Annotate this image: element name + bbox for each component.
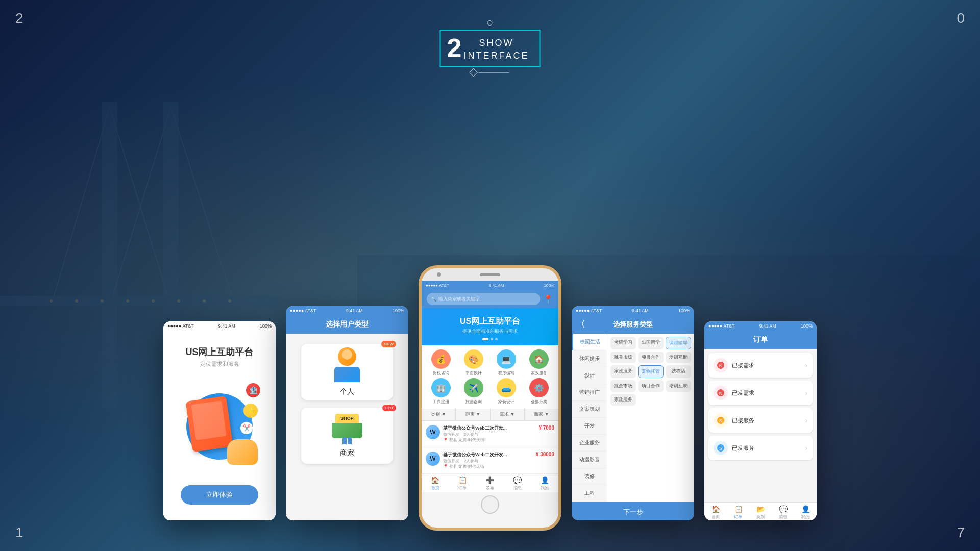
phone4-sidebar-animation[interactable]: 动漫影音 (572, 452, 607, 468)
phone4-tag-pet[interactable]: 宠物托管 (638, 365, 664, 378)
phone5-tab-profile-icon: 👤 (801, 505, 810, 513)
phone3-list-item-2[interactable]: W 基于微信公众号Web二次开发... ¥ 30000 微信开发 2人参与 📍 … (422, 447, 558, 474)
phone-orders: ●●●●● AT&T 9:41 AM 100% 订单 N 已接需求 › N 已发… (704, 321, 817, 520)
phone3-filter-category[interactable]: 类别 ▼ (422, 409, 456, 420)
phone4-sidebar-decor[interactable]: 装修 (572, 468, 607, 485)
phone3-filter-distance[interactable]: 距离 ▼ (456, 409, 490, 420)
phone5-tab-messages-label: 消息 (779, 514, 787, 520)
phone4-tag-training[interactable]: 培训互助 (666, 352, 691, 363)
illus-hand (227, 439, 258, 465)
phone4-sidebar-design[interactable]: 设计 (572, 367, 607, 384)
phone3-tab-profile-icon: 👤 (541, 476, 549, 484)
phone2-merchant-card[interactable]: HOT SHOP 商家 (301, 408, 393, 464)
phone4-tag-training2[interactable]: 培训互助 (666, 380, 691, 392)
phone5-order-sent-need[interactable]: N 已发需求 › (708, 381, 813, 405)
phone4-tag-homeservice[interactable]: 家政服务 (610, 365, 636, 378)
svg-text:S: S (719, 418, 722, 423)
phone3-tabbar: 🏠 首页 📋 订单 ➕ 发布 💬 消息 👤 我的 (422, 474, 558, 492)
phone3-icon-home[interactable]: 🏠 家政服务 (524, 349, 554, 376)
phone5-tab-messages[interactable]: 💬 消息 (772, 503, 794, 520)
phone4-sidebar-dev[interactable]: 开发 (572, 418, 607, 435)
phone4-tag-flea[interactable]: 跳蚤市场 (610, 352, 636, 363)
phone4-sidebar-copywriting[interactable]: 文案策划 (572, 401, 607, 418)
phone3-icon-code-bg: 💻 (497, 349, 516, 369)
phone5-tab-category[interactable]: 📂 类别 (749, 503, 772, 520)
phone4-back-button[interactable]: 〈 (577, 319, 585, 330)
phone3-status-bar: ●●●●● AT&T 9:41 AM 100% (422, 281, 558, 290)
phone5-status-bar: ●●●●● AT&T 9:41 AM 100% (704, 321, 817, 331)
phone5-order-received-need[interactable]: N 已接需求 › (708, 353, 813, 378)
phone1-content: US网上互助平台 定位需求和服务 🏦 ⭐ ✂️ 立即体验 (163, 331, 276, 520)
phone3-tab-publish[interactable]: ➕ 发布 (476, 474, 504, 492)
phone3-tab-orders-label: 订单 (458, 485, 467, 491)
phone4-tag-study[interactable]: 考研学习 (610, 337, 636, 349)
phone5-tab-profile[interactable]: 👤 我的 (794, 503, 817, 520)
phone2-merchant-label: 商家 (340, 448, 354, 458)
phone1-cta-button[interactable]: 立即体验 (181, 485, 258, 505)
phone5-order-received-service[interactable]: S 已接服务 › (708, 408, 813, 433)
phone3-list-item-1[interactable]: W 基于微信公众号Web二次开发... ¥ 7000 微信开发 2人参与 📍 都… (422, 421, 558, 447)
phone5-order4-label: 已发服务 (732, 444, 801, 452)
phone4-tag-collab[interactable]: 项目合作 (638, 352, 664, 363)
illus-icon2: ⭐ (243, 404, 258, 418)
phone2-individual-card[interactable]: NEW 个人 (301, 344, 393, 400)
phone4-time: 9:41 AM (632, 308, 649, 313)
phone4-tag-homeservice2[interactable]: 家政服务 (610, 394, 636, 406)
phone4-tag-flea2[interactable]: 跳蚤市场 (610, 380, 636, 392)
phone3-icon-caishui-bg: 💰 (431, 349, 451, 369)
phone3-item1-location: 📍 都县 龙腾·时代天街 (443, 437, 554, 443)
phone4-tag-tutoring[interactable]: 课程辅导 (666, 337, 691, 349)
phone4-sidebar-campus[interactable]: 校园生活 (572, 334, 607, 350)
phone4-next-button[interactable]: 下一步 (572, 502, 694, 520)
phone4-sidebar-engineering[interactable]: 工程 (572, 485, 607, 502)
phone3-icon-caishui[interactable]: 💰 财税咨询 (426, 349, 456, 376)
svg-text:N: N (719, 363, 723, 368)
phone3-home-button[interactable] (481, 495, 499, 514)
phone4-tag-collab2[interactable]: 项目合作 (638, 380, 664, 392)
phone3-banner-sub: 提供全面精准的服务与需求 (428, 328, 552, 335)
phone3-tab-profile[interactable]: 👤 我的 (531, 474, 558, 492)
phone1-illustration: 🏦 ⭐ ✂️ (179, 373, 260, 475)
phone3-icon-code[interactable]: 💻 程序编写 (491, 349, 522, 376)
phone2-badge-hot: HOT (382, 405, 396, 411)
phone5-tab-category-icon: 📂 (756, 505, 765, 513)
phone5-tab-home[interactable]: 🏠 首页 (704, 503, 727, 520)
phone3-dot-3 (495, 338, 498, 340)
phone3-tab-orders[interactable]: 📋 订单 (449, 474, 477, 492)
phone-service-type: ●●●●● AT&T 9:41 AM 100% 〈 选择服务类型 校园生活 休闲… (572, 306, 694, 520)
phone3-icon-biz-label: 工商注册 (433, 399, 449, 405)
phone5-order-sent-service[interactable]: S 已发服务 › (708, 436, 813, 460)
phone2-time: 9:41 AM (346, 308, 363, 313)
phone4-sidebar-enterprise[interactable]: 企业服务 (572, 435, 607, 452)
header-diamond-icon (470, 68, 478, 77)
phone2-individual-label: 个人 (340, 387, 354, 396)
phone3-banner-title: US网上互助平台 (428, 316, 552, 327)
phone5-tab-orders[interactable]: 📋 订单 (727, 503, 749, 520)
phone4-tag-abroad[interactable]: 出国留学 (638, 337, 664, 349)
phone3-icon-biz[interactable]: 🏢 工商注册 (426, 378, 456, 405)
phone5-header: 订单 (704, 331, 817, 349)
phone3-tab-messages[interactable]: 💬 消息 (504, 474, 531, 492)
phone3-icon-design[interactable]: 🎨 平面设计 (458, 349, 489, 376)
phone4-sidebar-marketing[interactable]: 营销推广 (572, 384, 607, 401)
phone3-icon-design-bg: 🎨 (464, 349, 483, 369)
phone3-filter-merchant[interactable]: 商家 ▼ (525, 409, 558, 420)
phone4-tag-laundry[interactable]: 洗衣店 (666, 365, 691, 378)
phone3-tab-messages-icon: 💬 (513, 476, 522, 484)
phone3-filter-need[interactable]: 需求 ▼ (491, 409, 525, 420)
phone4-sidebar-leisure[interactable]: 休闲娱乐 (572, 350, 607, 367)
phone3-item2-price: ¥ 30000 (536, 452, 554, 458)
phone3-icon-travel[interactable]: ✈️ 旅游咨询 (458, 378, 489, 405)
phone1-carrier: ●●●●● AT&T (167, 323, 194, 329)
phone-splash: ●●●●● AT&T 9:41 AM 100% US网上互助平台 定位需求和服务… (163, 321, 276, 520)
phone3-icon-all[interactable]: ⚙️ 全部分类 (524, 378, 554, 405)
illus-icon3: ✂️ (240, 422, 253, 434)
phone3-tab-home[interactable]: 🏠 首页 (422, 474, 449, 492)
illus-icon1: 🏦 (246, 383, 260, 397)
phone3-search-input[interactable]: 🔍 输入类别或者关键字 (427, 293, 540, 305)
header-title: SHOW INTERFACE (463, 35, 529, 62)
phone3-time: 9:41 AM (489, 283, 504, 288)
header-circle-decoration (487, 20, 493, 26)
phone1-status-bar: ●●●●● AT&T 9:41 AM 100% (163, 321, 276, 331)
phone3-icon-interior[interactable]: 🛋️ 家装设计 (491, 378, 522, 405)
